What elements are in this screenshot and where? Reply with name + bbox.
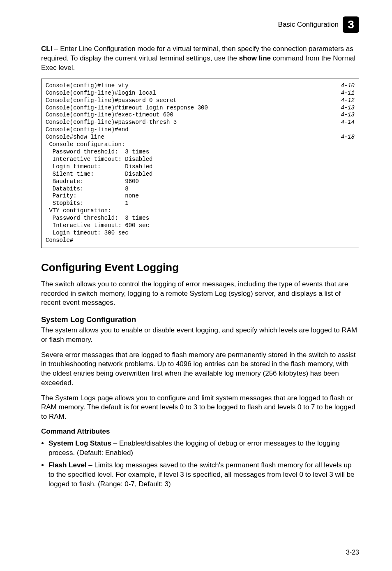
code-line: Silent time: Disabled <box>46 171 355 178</box>
code-text: Stopbits: 1 <box>46 200 129 207</box>
show-line-label: show line <box>239 54 271 62</box>
code-line: Baudrate: 9600 <box>46 178 355 186</box>
code-ref: 4-13 <box>341 104 355 112</box>
code-text: Parity: none <box>46 193 139 200</box>
code-line: Databits: 8 <box>46 186 355 193</box>
code-text: Console(config-line)#exec-timeout 600 <box>46 111 173 119</box>
chapter-badge: 3 <box>343 16 359 33</box>
attribute-list: System Log Status – Enables/disables the… <box>41 439 359 489</box>
list-item: System Log Status – Enables/disables the… <box>48 439 359 458</box>
code-line: Console#show line4-18 <box>46 134 355 141</box>
code-line: Interactive timeout: 600 sec <box>46 222 355 230</box>
code-line: Password threshold: 3 times <box>46 215 355 222</box>
code-text: Login timeout: 300 sec <box>46 230 129 237</box>
code-line: Console(config)#line vty4-10 <box>46 82 355 90</box>
code-line: Console(config-line)#timeout login respo… <box>46 104 355 112</box>
code-block: Console(config)#line vty4-10Console(conf… <box>41 79 359 248</box>
intro-paragraph: CLI – Enter Line Configuration mode for … <box>41 44 359 73</box>
code-text: Console(config-line)#timeout login respo… <box>46 104 208 112</box>
code-line: Console(config-line)#password-thresh 34-… <box>46 119 355 126</box>
attribute-name: System Log Status <box>48 439 111 447</box>
code-text: Interactive timeout: 600 sec <box>46 222 149 230</box>
section-para-3: Severe error messages that are logged to… <box>41 350 359 388</box>
code-line: Login timeout: 300 sec <box>46 230 355 237</box>
code-text: Console(config)#line vty <box>46 82 129 90</box>
section-para-4: The System Logs page allows you to confi… <box>41 394 359 422</box>
command-attributes-heading: Command Attributes <box>41 427 359 436</box>
code-text: Console# <box>46 237 73 244</box>
page-header: Basic Configuration 3 <box>41 16 359 33</box>
code-text: Baudrate: 9600 <box>46 178 139 186</box>
code-line: Console configuration: <box>46 141 355 149</box>
code-line: Parity: none <box>46 193 355 200</box>
code-line: Interactive timeout: Disabled <box>46 156 355 163</box>
section-para-1: The switch allows you to control the log… <box>41 280 359 308</box>
code-ref: 4-13 <box>341 111 355 119</box>
code-text: Databits: 8 <box>46 186 129 193</box>
code-line: Login timeout: Disabled <box>46 163 355 171</box>
section-para-2: The system allows you to enable or disab… <box>41 326 359 345</box>
code-text: Login timeout: Disabled <box>46 163 152 171</box>
attribute-name: Flash Level <box>48 461 87 469</box>
code-ref: 4-11 <box>341 90 355 97</box>
breadcrumb: Basic Configuration <box>278 21 339 29</box>
code-line: Console(config-line)#exec-timeout 6004-1… <box>46 111 355 119</box>
page-container: Basic Configuration 3 CLI – Enter Line C… <box>0 0 392 571</box>
section-title: Configuring Event Logging <box>41 259 359 274</box>
code-text: Silent time: Disabled <box>46 171 152 178</box>
page-number: 3-23 <box>346 549 359 556</box>
code-text: Password threshold: 3 times <box>46 149 149 156</box>
code-line: Console(config-line)#login local4-11 <box>46 90 355 97</box>
code-line: VTY configuration: <box>46 207 355 215</box>
code-line: Console(config-line)#end <box>46 126 355 134</box>
code-text: Console(config-line)#password-thresh 3 <box>46 119 177 126</box>
code-text: Console configuration: <box>46 141 125 149</box>
cli-label: CLI <box>41 45 52 53</box>
code-text: Console(config-line)#end <box>46 126 129 134</box>
code-line: Console(config-line)#password 0 secret4-… <box>46 97 355 104</box>
subsection-title: System Log Configuration <box>41 315 359 324</box>
code-text: Interactive timeout: Disabled <box>46 156 152 163</box>
chapter-number: 3 <box>348 18 354 31</box>
code-text: VTY configuration: <box>46 207 111 215</box>
code-text: Password threshold: 3 times <box>46 215 149 222</box>
code-line: Password threshold: 3 times <box>46 149 355 156</box>
code-line: Stopbits: 1 <box>46 200 355 207</box>
code-ref: 4-12 <box>341 97 355 104</box>
code-text: Console(config-line)#login local <box>46 90 156 97</box>
code-ref: 4-14 <box>341 119 355 126</box>
list-item: Flash Level – Limits log messages saved … <box>48 461 359 489</box>
code-text: Console(config-line)#password 0 secret <box>46 97 177 104</box>
attribute-description: – Limits log messages saved to the switc… <box>48 461 355 488</box>
code-text: Console#show line <box>46 134 104 141</box>
code-ref: 4-10 <box>341 82 355 90</box>
code-line: Console# <box>46 237 355 244</box>
code-ref: 4-18 <box>341 134 355 141</box>
